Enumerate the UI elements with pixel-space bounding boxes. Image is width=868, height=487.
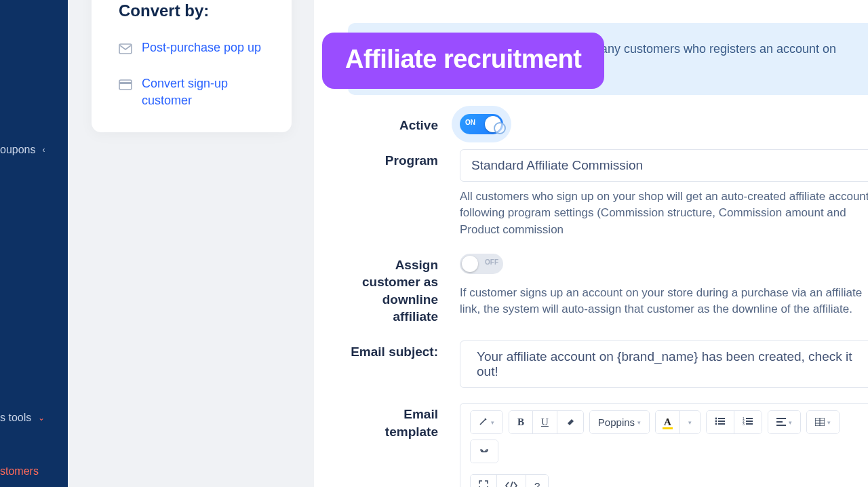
svg-rect-12 bbox=[746, 421, 753, 422]
chevron-down-icon: ⌄ bbox=[38, 413, 45, 423]
subject-input[interactable]: Your affiliate account on {brand_name} h… bbox=[460, 340, 868, 388]
eraser-icon bbox=[566, 416, 575, 428]
toolbar-table-button[interactable]: ▾ bbox=[807, 411, 839, 433]
toolbar-align-button[interactable]: ▾ bbox=[768, 411, 800, 433]
toolbar-fullscreen-button[interactable] bbox=[471, 475, 496, 487]
nav-customers-label: stomers bbox=[0, 465, 39, 478]
toolbar-font-label: Poppins bbox=[598, 416, 635, 428]
svg-rect-15 bbox=[776, 418, 786, 419]
svg-rect-6 bbox=[718, 421, 725, 422]
toggle-active[interactable]: ON bbox=[460, 114, 503, 134]
toolbar-ol-button[interactable]: 123 bbox=[734, 411, 762, 433]
overlay-title-text: Affiliate recruitment bbox=[345, 45, 581, 73]
card-icon bbox=[119, 78, 132, 95]
svg-rect-14 bbox=[746, 423, 753, 425]
code-icon bbox=[505, 480, 517, 487]
program-select[interactable]: Standard Affiliate Commission bbox=[460, 149, 868, 182]
toggle-active-text: ON bbox=[465, 119, 475, 126]
cursor-indicator bbox=[494, 122, 506, 134]
svg-rect-16 bbox=[776, 421, 783, 423]
svg-rect-4 bbox=[718, 418, 725, 419]
label-subject: Email subject: bbox=[348, 340, 460, 361]
toggle-assign[interactable]: OFF bbox=[460, 254, 503, 274]
label-assign: Assign customer as downline affiliate bbox=[348, 254, 460, 326]
chevron-left-icon: ‹ bbox=[43, 145, 45, 155]
label-program: Program bbox=[348, 149, 460, 170]
table-icon bbox=[815, 416, 825, 428]
nav-coupons-label: oupons bbox=[0, 144, 36, 156]
toggle-assign-text: OFF bbox=[485, 258, 498, 266]
program-hint: All customers who sign up on your shop w… bbox=[460, 189, 868, 239]
toggle-knob bbox=[462, 256, 478, 272]
label-active: Active bbox=[348, 114, 460, 134]
sidebar-item-popup[interactable]: Post-purchase pop up bbox=[119, 39, 278, 59]
svg-point-7 bbox=[715, 423, 717, 425]
nav-tools-label: s tools bbox=[0, 412, 31, 424]
settings-form: Active ON Program Standard Affiliate Com… bbox=[314, 114, 868, 487]
caret-icon: ▾ bbox=[789, 419, 792, 426]
svg-rect-10 bbox=[746, 418, 753, 419]
magic-icon bbox=[479, 416, 488, 428]
toolbar-link-button[interactable] bbox=[471, 440, 498, 463]
list-ol-icon: 123 bbox=[743, 416, 753, 428]
sidebar-item-signup[interactable]: Convert sign-up customer bbox=[119, 75, 278, 109]
link-icon bbox=[479, 446, 490, 457]
caret-icon: ▾ bbox=[688, 419, 692, 426]
toolbar-erase-button[interactable] bbox=[557, 411, 583, 433]
nav-tools[interactable]: s tools ⌄ bbox=[0, 412, 45, 424]
label-template: Email template bbox=[348, 403, 460, 440]
caret-icon: ▾ bbox=[827, 419, 831, 426]
list-ul-icon bbox=[715, 416, 726, 428]
svg-rect-17 bbox=[776, 425, 786, 426]
overlay-title-badge: Affiliate recruitment bbox=[322, 33, 604, 89]
svg-rect-8 bbox=[718, 423, 725, 425]
sidebar-item-signup-label: Convert sign-up customer bbox=[142, 75, 278, 109]
svg-point-3 bbox=[715, 418, 717, 420]
left-nav-sidebar: oupons ‹ s tools ⌄ stomers bbox=[0, 0, 68, 487]
toolbar-code-button[interactable] bbox=[496, 475, 526, 487]
convert-by-title: Convert by: bbox=[119, 1, 278, 20]
expand-icon bbox=[479, 480, 488, 487]
toolbar-help-button[interactable]: ? bbox=[526, 475, 548, 487]
caret-icon: ▾ bbox=[491, 419, 494, 426]
nav-customers[interactable]: stomers bbox=[0, 465, 39, 478]
toolbar-bold-button[interactable]: B bbox=[509, 411, 532, 433]
convert-by-card: Convert by: Post-purchase pop up Convert… bbox=[92, 0, 292, 132]
nav-coupons[interactable]: oupons ‹ bbox=[0, 144, 45, 156]
svg-text:3: 3 bbox=[743, 422, 745, 426]
toolbar-textcolor-caret[interactable]: ▾ bbox=[679, 411, 700, 433]
toolbar-font-select[interactable]: Poppins ▾ bbox=[590, 411, 649, 433]
assign-hint: If customer signs up an account on your … bbox=[460, 285, 868, 318]
program-select-value: Standard Affiliate Commission bbox=[471, 158, 643, 172]
svg-rect-2 bbox=[119, 82, 132, 84]
toolbar-magic-button[interactable]: ▾ bbox=[471, 411, 502, 433]
subject-value: Your affiliate account on {brand_name} h… bbox=[477, 349, 852, 378]
align-icon bbox=[776, 416, 786, 428]
toolbar-textcolor-button[interactable]: A bbox=[656, 411, 679, 433]
svg-rect-1 bbox=[119, 80, 132, 90]
sidebar-item-popup-label: Post-purchase pop up bbox=[142, 39, 261, 56]
editor-toolbar: ▾ B U Poppins bbox=[460, 403, 868, 487]
svg-point-5 bbox=[715, 421, 717, 423]
caret-icon: ▾ bbox=[637, 419, 641, 426]
toolbar-underline-button[interactable]: U bbox=[532, 411, 557, 433]
mail-icon bbox=[119, 42, 132, 59]
toolbar-ul-button[interactable] bbox=[707, 411, 734, 433]
